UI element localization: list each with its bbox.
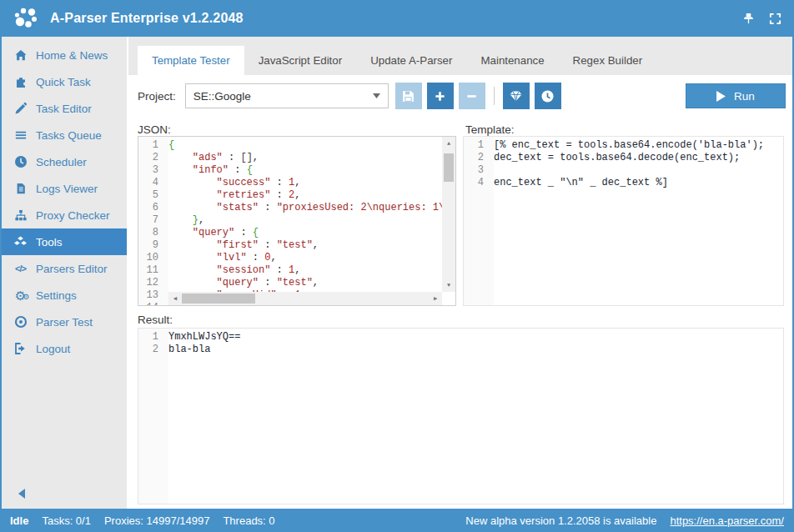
logout-icon bbox=[13, 342, 28, 356]
scroll-down-icon[interactable]: ▼ bbox=[442, 279, 455, 292]
json-editor-vertical-scrollbar[interactable]: ▲ ▼ bbox=[442, 137, 455, 292]
play-icon bbox=[716, 91, 726, 102]
sidebar-item-label: Parser Test bbox=[36, 316, 93, 329]
fullscreen-icon[interactable] bbox=[767, 11, 782, 26]
sidebar-item-label: Home & News bbox=[36, 49, 108, 62]
result-editor[interactable]: 1YmxhLWJsYQ==2bla-bla bbox=[138, 328, 784, 504]
status-state: Idle bbox=[10, 514, 28, 527]
pin-icon[interactable] bbox=[741, 11, 756, 26]
vertical-scroll-thumb[interactable] bbox=[444, 153, 454, 182]
code-line: 5 "retries" : 2, bbox=[138, 189, 455, 202]
title-bar: A-Parser Enterprise v1.2.2048 bbox=[0, 0, 794, 37]
sidebar-item-label: Settings bbox=[36, 289, 77, 302]
run-button[interactable]: Run bbox=[686, 83, 786, 108]
scroll-right-icon[interactable]: ▶ bbox=[429, 292, 442, 305]
code-text: [% enc_text = tools.base64.encode('bla-b… bbox=[489, 139, 764, 152]
sidebar-item-tasks-queue[interactable]: Tasks Queue bbox=[2, 122, 127, 148]
line-number: 12 bbox=[138, 277, 163, 289]
tab-update-a-parser[interactable]: Update A-Parser bbox=[356, 46, 466, 75]
scroll-left-icon[interactable]: ◀ bbox=[168, 292, 182, 305]
code-text: "info" : { bbox=[163, 164, 253, 177]
line-number: 2 bbox=[464, 152, 489, 164]
gem-icon bbox=[509, 89, 523, 103]
gem-button[interactable] bbox=[503, 83, 530, 109]
line-number: 7 bbox=[138, 214, 163, 227]
sidebar-item-parsers-editor[interactable]: </> Parsers Editor bbox=[2, 255, 127, 282]
status-tasks: Tasks: 0/1 bbox=[42, 514, 91, 527]
sidebar-collapse-icon[interactable] bbox=[18, 489, 25, 499]
target-icon bbox=[13, 315, 28, 329]
clock-icon bbox=[540, 89, 555, 103]
code-text: bla-bla bbox=[163, 344, 210, 356]
sidebar-item-parser-test[interactable]: Parser Test bbox=[2, 309, 127, 335]
sitemap-icon bbox=[13, 208, 28, 223]
sidebar-item-label: Logs Viewer bbox=[36, 183, 98, 195]
run-button-label: Run bbox=[734, 90, 755, 103]
pencil-icon bbox=[13, 102, 28, 116]
code-text: enc_text _ "\n" _ dec_text %] bbox=[489, 177, 668, 189]
code-text: "query" : "test", bbox=[163, 277, 319, 289]
code-line: 2bla-bla bbox=[138, 344, 783, 356]
sidebar-item-label: Quick Task bbox=[36, 76, 91, 88]
tab-template-tester[interactable]: Template Tester bbox=[138, 46, 244, 75]
home-icon bbox=[13, 48, 28, 63]
json-pane-label: JSON: bbox=[138, 123, 171, 136]
code-text: YmxhLWJsYQ== bbox=[163, 331, 240, 344]
code-line: 2 "ads" : [], bbox=[138, 152, 455, 164]
line-number: 14 bbox=[138, 302, 163, 306]
a-parser-link[interactable]: https://en.a-parser.com/ bbox=[670, 514, 784, 527]
tab-javascript-editor[interactable]: JavaScript Editor bbox=[244, 46, 357, 75]
main-content: Template Tester JavaScript Editor Update… bbox=[128, 37, 792, 509]
line-number: 2 bbox=[138, 344, 163, 356]
sidebar-item-scheduler[interactable]: Scheduler bbox=[2, 148, 127, 175]
tab-regex-builder[interactable]: Regex Builder bbox=[559, 46, 657, 75]
code-line: 7 }, bbox=[138, 214, 455, 227]
line-number: 11 bbox=[138, 264, 163, 277]
code-line: 11 "session" : 1, bbox=[138, 264, 455, 277]
remove-button[interactable] bbox=[459, 83, 485, 109]
template-editor[interactable]: 1[% enc_text = tools.base64.encode('bla-… bbox=[463, 136, 784, 306]
save-button[interactable] bbox=[395, 83, 422, 109]
a-parser-logo-icon bbox=[12, 4, 42, 33]
json-editor-horizontal-scrollbar[interactable]: ◀ ▶ bbox=[168, 292, 442, 305]
code-line: 9 "first" : "test", bbox=[138, 239, 455, 252]
floppy-icon bbox=[401, 89, 415, 103]
tab-maintenance[interactable]: Maintenance bbox=[466, 46, 558, 75]
code-text: "lvl" : 0, bbox=[163, 252, 277, 264]
line-number: 1 bbox=[138, 331, 163, 344]
sidebar-item-tools[interactable]: Tools bbox=[2, 228, 127, 255]
sidebar-item-logs-viewer[interactable]: Logs Viewer bbox=[2, 175, 127, 202]
sidebar-item-task-editor[interactable]: Task Editor bbox=[2, 95, 127, 122]
scroll-up-icon[interactable]: ▲ bbox=[442, 137, 455, 150]
app-title: A-Parser Enterprise v1.2.2048 bbox=[50, 11, 244, 26]
code-line: 3 bbox=[464, 164, 783, 177]
code-text bbox=[489, 164, 494, 177]
sidebar-item-quick-task[interactable]: Quick Task bbox=[2, 68, 127, 95]
result-pane-label: Result: bbox=[138, 314, 173, 326]
horizontal-scroll-thumb[interactable] bbox=[182, 294, 255, 304]
status-threads: Threads: 0 bbox=[223, 514, 274, 527]
code-text: }, bbox=[163, 214, 204, 227]
line-number: 4 bbox=[138, 177, 163, 189]
update-notice: New alpha version 1.2.2058 is available bbox=[465, 514, 656, 527]
sidebar-item-home-news[interactable]: Home & News bbox=[2, 42, 127, 68]
sidebar-item-logout[interactable]: Logout bbox=[2, 335, 127, 362]
sidebar-item-proxy-checker[interactable]: Proxy Checker bbox=[2, 202, 127, 228]
project-label: Project: bbox=[138, 90, 176, 103]
line-number: 3 bbox=[138, 164, 163, 177]
history-button[interactable] bbox=[535, 83, 561, 109]
code-line: 6 "stats" : "proxiesUsed: 2\nqueries: 1\… bbox=[138, 202, 455, 214]
add-button[interactable] bbox=[427, 83, 454, 109]
project-select[interactable]: SE::Google bbox=[185, 83, 389, 108]
line-number: 8 bbox=[138, 227, 163, 239]
toolbar: Project: SE::Google R bbox=[128, 75, 792, 117]
json-editor[interactable]: ▲ ▼ ◀ ▶ 1{2 "ads" : [],3 "info" : {4 "su… bbox=[138, 136, 456, 306]
tab-bar: Template Tester JavaScript Editor Update… bbox=[128, 37, 792, 75]
toolbar-separator bbox=[494, 87, 495, 105]
sidebar-item-settings[interactable]: ⚙⚙ Settings bbox=[2, 282, 127, 309]
list-icon bbox=[13, 128, 28, 143]
cubes-icon bbox=[13, 235, 28, 249]
code-text: "success" : 1, bbox=[163, 177, 300, 189]
line-number: 2 bbox=[138, 152, 163, 164]
sidebar: Home & News Quick Task Task Editor Tasks… bbox=[2, 37, 127, 509]
